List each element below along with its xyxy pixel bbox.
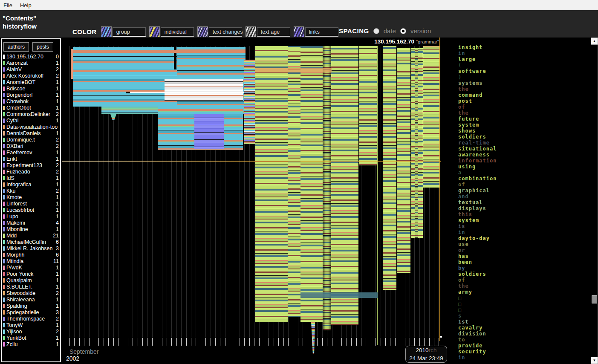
author-color-swatch (3, 246, 5, 251)
color-mode-icon (101, 26, 112, 37)
author-color-swatch (3, 298, 5, 302)
color-button-label: text changes (209, 27, 242, 37)
author-row[interactable]: CmdrObot1 (2, 104, 60, 111)
author-post-count: 21 (53, 233, 59, 239)
author-row[interactable]: Mbonline1 (2, 226, 60, 232)
author-row[interactable]: MichaelMcGuffin6 (2, 239, 60, 245)
author-row[interactable]: DXBari2 (2, 143, 60, 149)
flow-right-col4 (423, 46, 440, 188)
author-row[interactable]: Cyfal1 (2, 117, 60, 124)
author-row[interactable]: Lupo1 (2, 213, 60, 220)
author-row[interactable]: Chowbok1 (2, 98, 60, 104)
author-row[interactable]: AnomieBOT1 (2, 79, 60, 85)
document-word: real-time (458, 140, 591, 146)
author-name: Kmote (6, 194, 55, 200)
author-row[interactable]: S.BULLET.1 (2, 283, 60, 290)
author-row[interactable]: IdS1 (2, 175, 60, 181)
document-word: army (458, 289, 591, 295)
author-row[interactable]: Lucasbfrbot1 (2, 207, 60, 213)
author-row[interactable]: Borgendorf1 (2, 92, 60, 98)
author-row[interactable]: Experiment1232 (2, 162, 60, 168)
author-row[interactable]: TonyW1 (2, 322, 60, 328)
document-word: ) (458, 74, 591, 80)
author-row[interactable]: Quasipalm1 (2, 277, 60, 283)
author-row[interactable]: 130.195.162.700 (2, 53, 60, 60)
color-label: COLOR (72, 28, 97, 35)
color-button-links[interactable]: links (294, 26, 338, 37)
author-name: Morphh (6, 252, 55, 258)
author-row[interactable]: Kku2 (2, 188, 60, 194)
document-word: the (458, 86, 591, 92)
author-row[interactable]: Infografica1 (2, 181, 60, 188)
author-row[interactable]: DennisDaniels1 (2, 130, 60, 136)
author-post-count: 1 (56, 60, 59, 66)
color-button-text-age[interactable]: text age (246, 26, 290, 37)
author-row[interactable]: Kmote1 (2, 194, 60, 200)
selected-version-label: 130.195.162.70 "grammar" (374, 38, 439, 45)
author-row[interactable]: Mdd21 (2, 232, 60, 239)
author-name: CmdrObot (6, 105, 55, 111)
author-row[interactable]: PAvdK1 (2, 264, 60, 271)
author-row[interactable]: Linforest1 (2, 200, 60, 207)
color-button-text-changes[interactable]: text changes (197, 26, 242, 37)
menu-item-help[interactable]: Help (20, 2, 32, 9)
author-row[interactable]: Spalding1 (2, 303, 60, 309)
color-mode-icon (149, 26, 160, 37)
scrollbar-thumb[interactable] (592, 295, 597, 303)
version-ticks (69, 338, 441, 346)
author-color-swatch (3, 138, 5, 142)
author-row[interactable]: Morphh6 (2, 251, 60, 258)
spacing-radio-date[interactable] (373, 28, 379, 34)
author-post-count: 1 (56, 105, 59, 111)
scroll-up-button[interactable]: ▲ (591, 38, 598, 45)
author-row[interactable]: Aaronzat1 (2, 60, 60, 66)
author-post-count: 1 (56, 130, 59, 136)
author-row[interactable]: CommonsDelinker2 (2, 111, 60, 117)
author-name: Erikt (6, 156, 55, 162)
author-row[interactable]: Sbwoodside2 (2, 290, 60, 296)
color-mode-icon (294, 26, 304, 37)
author-color-swatch (3, 227, 5, 231)
author-row[interactable]: Mtindia11 (2, 258, 60, 264)
author-name: Themfromspace (6, 316, 55, 322)
color-button-group[interactable]: group (101, 26, 146, 37)
author-name: Cyfal (6, 118, 55, 124)
author-row[interactable]: Themfromspace2 (2, 315, 60, 322)
author-row[interactable]: Yijisoo2 (2, 328, 60, 335)
author-name: Yijisoo (6, 329, 55, 335)
author-post-count: 1 (56, 118, 59, 124)
author-color-swatch (3, 67, 5, 72)
author-row[interactable]: YurikBot1 (2, 335, 60, 341)
author-color-swatch (3, 253, 5, 257)
spacing-radio-version[interactable] (400, 28, 406, 34)
author-row[interactable]: Alex Kosorukoff2 (2, 72, 60, 79)
author-color-swatch (3, 342, 5, 347)
author-row[interactable]: Makemi4 (2, 220, 60, 226)
author-row[interactable]: Shiraleeana1 (2, 296, 60, 303)
author-row[interactable]: Mikkel R. Jakobsen3 (2, 245, 60, 251)
author-color-swatch (3, 329, 5, 334)
author-row[interactable]: Eaefremov1 (2, 149, 60, 156)
author-row[interactable]: Fuzheado2 (2, 168, 60, 175)
document-word: shows (458, 128, 591, 134)
tab-posts[interactable]: posts (32, 42, 53, 52)
author-row[interactable]: AlainV2 (2, 66, 60, 72)
menu-item-file[interactable]: File (3, 2, 12, 9)
scroll-down-button[interactable]: ▼ (591, 357, 598, 364)
author-row[interactable]: Dominique.t2 (2, 136, 60, 143)
author-color-swatch (3, 278, 5, 283)
scrollbar-track[interactable] (591, 45, 598, 357)
author-row[interactable]: Poor Yorick1 (2, 271, 60, 277)
document-word: insight (458, 44, 591, 50)
tab-authors[interactable]: authors (3, 42, 29, 52)
author-row[interactable]: Spdegabrielle3 (2, 309, 60, 315)
history-flow-canvas[interactable]: 130.195.162.70 "grammar" September 2002 … (62, 38, 451, 364)
author-row[interactable]: Zcliu1 (2, 341, 60, 347)
selected-version-line[interactable] (439, 38, 440, 341)
color-button-individual[interactable]: individual (149, 26, 194, 37)
author-row[interactable]: Bdiscoe1 (2, 85, 60, 92)
author-post-count: 1 (56, 156, 59, 162)
author-row[interactable]: Erikt1 (2, 156, 60, 162)
author-row[interactable]: Data-visualization-tools (2, 124, 60, 130)
author-name: Chowbok (6, 98, 55, 104)
